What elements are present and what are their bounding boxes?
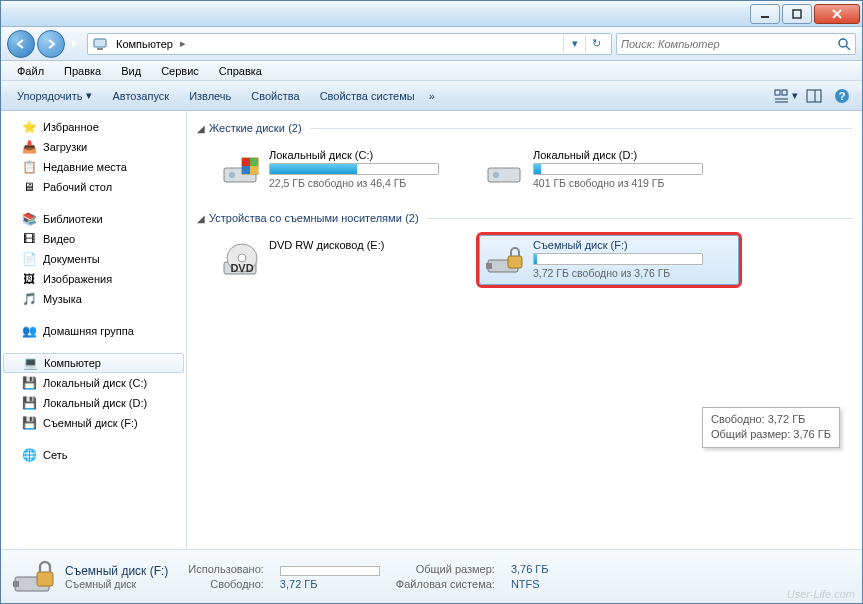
- svg-point-17: [229, 172, 235, 178]
- sidebar-music[interactable]: 🎵Музыка: [1, 289, 186, 309]
- disk-icon: 💾: [21, 395, 37, 411]
- svg-rect-23: [488, 168, 520, 182]
- details-title: Съемный диск (F:): [65, 564, 168, 578]
- sidebar-libraries-header[interactable]: 📚Библиотеки: [1, 209, 186, 229]
- downloads-icon: 📥: [21, 139, 37, 155]
- sidebar-pictures[interactable]: 🖼Изображения: [1, 269, 186, 289]
- drive-free-text: 3,72 ГБ свободно из 3,76 ГБ: [533, 267, 735, 279]
- svg-rect-21: [242, 166, 250, 174]
- network-icon: 🌐: [21, 447, 37, 463]
- minimize-button[interactable]: [750, 4, 780, 24]
- hard-drive-icon: [219, 149, 261, 191]
- search-box[interactable]: [616, 33, 856, 55]
- chevron-right-icon[interactable]: ▸: [177, 37, 189, 50]
- svg-rect-33: [13, 581, 19, 587]
- group-removable[interactable]: ◢ Устройства со съемными носителями (2): [197, 207, 852, 229]
- breadcrumb-computer[interactable]: Компьютер: [112, 38, 177, 50]
- disk-icon: 💾: [21, 375, 37, 391]
- menu-tools[interactable]: Сервис: [151, 63, 209, 79]
- menu-help[interactable]: Справка: [209, 63, 272, 79]
- search-input[interactable]: [621, 38, 837, 50]
- preview-pane-button[interactable]: [802, 85, 826, 107]
- svg-rect-31: [508, 256, 522, 268]
- drive-label: Локальный диск (D:): [533, 149, 735, 161]
- sidebar-downloads[interactable]: 📥Загрузки: [1, 137, 186, 157]
- refresh-button[interactable]: ↻: [585, 35, 607, 53]
- system-properties-button[interactable]: Свойства системы: [310, 86, 425, 106]
- sidebar-computer-header[interactable]: 💻Компьютер: [3, 353, 184, 373]
- details-used-bar: [280, 566, 380, 576]
- svg-rect-30: [486, 263, 492, 269]
- sidebar-desktop[interactable]: 🖥Рабочий стол: [1, 177, 186, 197]
- hard-drive-icon: [483, 149, 525, 191]
- sidebar-favorites-header[interactable]: ⭐Избранное: [1, 117, 186, 137]
- sidebar-homegroup[interactable]: 👥Домашняя группа: [1, 321, 186, 341]
- svg-text:DVD: DVD: [230, 262, 253, 274]
- details-pane: Съемный диск (F:) Съемный диск Использов…: [1, 549, 862, 603]
- drive-dvd[interactable]: DVD DVD RW дисковод (E:): [215, 235, 475, 285]
- address-dropdown[interactable]: ▾: [563, 35, 585, 53]
- sidebar-network[interactable]: 🌐Сеть: [1, 445, 186, 465]
- more-commands-button[interactable]: »: [425, 90, 439, 102]
- drive-d[interactable]: Локальный диск (D:) 401 ГБ свободно из 4…: [479, 145, 739, 195]
- menu-edit[interactable]: Правка: [54, 63, 111, 79]
- view-options-button[interactable]: ▾: [774, 85, 798, 107]
- drive-f[interactable]: Съемный диск (F:) 3,72 ГБ свободно из 3,…: [479, 235, 739, 285]
- desktop-icon: 🖥: [21, 179, 37, 195]
- drive-c[interactable]: Локальный диск (C:) 22,5 ГБ свободно из …: [215, 145, 475, 195]
- forward-button[interactable]: [37, 30, 65, 58]
- menu-bar: Файл Правка Вид Сервис Справка: [1, 61, 862, 81]
- navigation-bar: ▾ Компьютер ▸ ▾ ↻: [1, 27, 862, 61]
- watermark: User-Life.com: [787, 588, 855, 600]
- details-subtitle: Съемный диск: [65, 578, 168, 590]
- history-dropdown[interactable]: ▾: [67, 30, 81, 58]
- autoplay-button[interactable]: Автозапуск: [102, 86, 179, 106]
- menu-view[interactable]: Вид: [111, 63, 151, 79]
- svg-point-6: [839, 39, 847, 47]
- organize-button[interactable]: Упорядочить ▾: [7, 85, 102, 106]
- sidebar-documents[interactable]: 📄Документы: [1, 249, 186, 269]
- back-button[interactable]: [7, 30, 35, 58]
- search-icon[interactable]: [837, 37, 851, 51]
- tooltip: Свободно: 3,72 ГБ Общий размер: 3,76 ГБ: [702, 407, 840, 448]
- main-body: ⭐Избранное 📥Загрузки 📋Недавние места 🖥Ра…: [1, 111, 862, 549]
- content-pane: ◢ Жесткие диски (2) Локальный диск (C:) …: [187, 111, 862, 549]
- chevron-down-icon: ◢: [197, 213, 205, 224]
- properties-button[interactable]: Свойства: [241, 86, 309, 106]
- menu-file[interactable]: Файл: [7, 63, 54, 79]
- sidebar-disk-c[interactable]: 💾Локальный диск (C:): [1, 373, 186, 393]
- space-bar: [533, 253, 703, 265]
- titlebar: [1, 1, 862, 27]
- recent-icon: 📋: [21, 159, 37, 175]
- sidebar-recent[interactable]: 📋Недавние места: [1, 157, 186, 177]
- svg-rect-19: [242, 158, 250, 166]
- svg-rect-4: [94, 39, 106, 47]
- svg-line-7: [846, 46, 850, 50]
- dvd-drive-icon: DVD: [219, 239, 261, 281]
- document-icon: 📄: [21, 251, 37, 267]
- space-bar: [533, 163, 703, 175]
- chevron-down-icon: ◢: [197, 123, 205, 134]
- computer-icon: [92, 36, 108, 52]
- explorer-window: ▾ Компьютер ▸ ▾ ↻ Файл Правка Вид Сервис…: [0, 0, 863, 604]
- close-button[interactable]: [814, 4, 860, 24]
- eject-button[interactable]: Извлечь: [179, 86, 241, 106]
- drive-label: Съемный диск (F:): [533, 239, 735, 251]
- music-icon: 🎵: [21, 291, 37, 307]
- usb-icon: 💾: [21, 415, 37, 431]
- group-hard-drives[interactable]: ◢ Жесткие диски (2): [197, 117, 852, 139]
- address-bar[interactable]: Компьютер ▸ ▾ ↻: [87, 33, 612, 55]
- svg-rect-34: [37, 572, 53, 586]
- details-fs-label: Файловая система:: [396, 578, 495, 590]
- sidebar-disk-f[interactable]: 💾Съемный диск (F:): [1, 413, 186, 433]
- tooltip-free: Свободно: 3,72 ГБ: [711, 412, 831, 427]
- svg-rect-22: [250, 166, 258, 174]
- sidebar-disk-d[interactable]: 💾Локальный диск (D:): [1, 393, 186, 413]
- svg-text:?: ?: [839, 90, 846, 102]
- help-button[interactable]: ?: [830, 85, 854, 107]
- drive-label: Локальный диск (C:): [269, 149, 471, 161]
- sidebar-videos[interactable]: 🎞Видео: [1, 229, 186, 249]
- maximize-button[interactable]: [782, 4, 812, 24]
- svg-point-27: [238, 254, 246, 262]
- video-icon: 🎞: [21, 231, 37, 247]
